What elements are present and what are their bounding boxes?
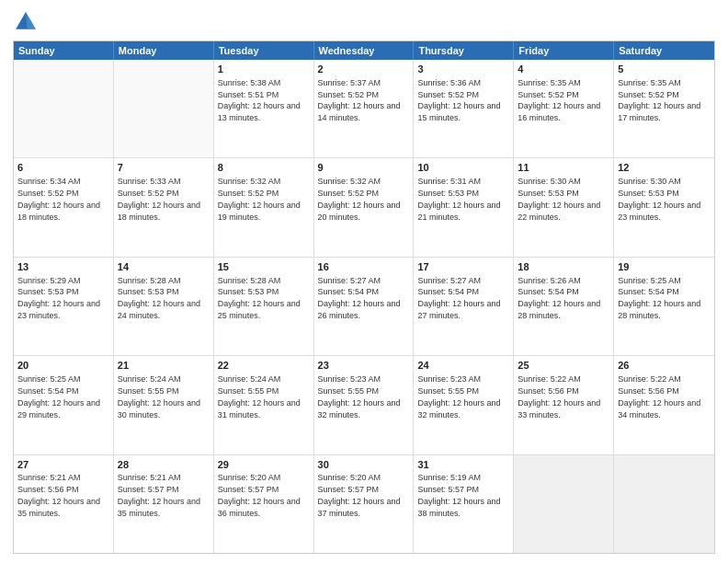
day-number: 14: [118, 260, 210, 274]
day-number: 22: [218, 359, 310, 373]
day-number: 13: [17, 260, 109, 274]
day-number: 24: [417, 359, 509, 373]
calendar-day-header: Monday: [114, 41, 214, 60]
day-number: 19: [618, 260, 711, 274]
calendar-cell: 26Sunrise: 5:22 AMSunset: 5:56 PMDayligh…: [614, 356, 714, 454]
cell-info: Sunrise: 5:19 AMSunset: 5:57 PMDaylight:…: [417, 473, 500, 517]
calendar-cell: 10Sunrise: 5:31 AMSunset: 5:53 PMDayligh…: [414, 158, 514, 256]
day-number: 4: [518, 63, 609, 76]
cell-info: Sunrise: 5:22 AMSunset: 5:56 PMDaylight:…: [618, 374, 700, 419]
calendar-day-header: Wednesday: [314, 41, 415, 60]
calendar-cell: 5Sunrise: 5:35 AMSunset: 5:52 PMDaylight…: [614, 60, 714, 157]
day-number: 17: [417, 260, 509, 274]
cell-info: Sunrise: 5:20 AMSunset: 5:57 PMDaylight:…: [218, 473, 301, 517]
calendar-cell: 6Sunrise: 5:34 AMSunset: 5:52 PMDaylight…: [14, 158, 114, 256]
cell-info: Sunrise: 5:38 AMSunset: 5:51 PMDaylight:…: [218, 78, 301, 122]
cell-info: Sunrise: 5:24 AMSunset: 5:55 PMDaylight:…: [118, 374, 200, 419]
cell-info: Sunrise: 5:32 AMSunset: 5:52 PMDaylight:…: [318, 177, 401, 221]
day-number: 23: [318, 359, 410, 373]
svg-marker-1: [26, 12, 36, 29]
cell-info: Sunrise: 5:21 AMSunset: 5:56 PMDaylight:…: [17, 473, 100, 517]
day-number: 28: [118, 458, 210, 472]
calendar-day-header: Tuesday: [214, 41, 314, 60]
day-number: 31: [417, 458, 509, 472]
calendar-cell: 17Sunrise: 5:27 AMSunset: 5:54 PMDayligh…: [414, 258, 514, 355]
calendar-body: 1Sunrise: 5:38 AMSunset: 5:51 PMDaylight…: [14, 60, 714, 553]
calendar-cell: 12Sunrise: 5:30 AMSunset: 5:53 PMDayligh…: [614, 158, 714, 256]
day-number: 10: [417, 161, 509, 175]
cell-info: Sunrise: 5:25 AMSunset: 5:54 PMDaylight:…: [618, 276, 700, 320]
calendar-cell: 21Sunrise: 5:24 AMSunset: 5:55 PMDayligh…: [114, 356, 214, 454]
calendar-row: 13Sunrise: 5:29 AMSunset: 5:53 PMDayligh…: [14, 257, 714, 355]
day-number: 25: [518, 359, 609, 373]
cell-info: Sunrise: 5:29 AMSunset: 5:53 PMDaylight:…: [17, 276, 100, 320]
calendar-day-header: Saturday: [614, 41, 714, 60]
calendar-cell: 4Sunrise: 5:35 AMSunset: 5:52 PMDaylight…: [514, 60, 614, 157]
calendar-cell: 20Sunrise: 5:25 AMSunset: 5:54 PMDayligh…: [14, 356, 114, 454]
calendar-cell: 31Sunrise: 5:19 AMSunset: 5:57 PMDayligh…: [414, 455, 514, 553]
logo: [13, 9, 42, 35]
calendar-cell: 27Sunrise: 5:21 AMSunset: 5:56 PMDayligh…: [14, 455, 114, 553]
cell-info: Sunrise: 5:30 AMSunset: 5:53 PMDaylight:…: [618, 177, 700, 221]
calendar-day-header: Sunday: [14, 41, 114, 60]
calendar-cell: 14Sunrise: 5:28 AMSunset: 5:53 PMDayligh…: [114, 258, 214, 355]
calendar-row: 6Sunrise: 5:34 AMSunset: 5:52 PMDaylight…: [14, 157, 714, 256]
calendar-cell: 29Sunrise: 5:20 AMSunset: 5:57 PMDayligh…: [214, 455, 314, 553]
day-number: 7: [118, 161, 210, 175]
calendar-cell: [14, 60, 114, 157]
day-number: 11: [518, 161, 609, 175]
calendar-cell: 9Sunrise: 5:32 AMSunset: 5:52 PMDaylight…: [314, 158, 415, 256]
calendar-row: 20Sunrise: 5:25 AMSunset: 5:54 PMDayligh…: [14, 355, 714, 454]
cell-info: Sunrise: 5:34 AMSunset: 5:52 PMDaylight:…: [17, 177, 100, 221]
cell-info: Sunrise: 5:24 AMSunset: 5:55 PMDaylight:…: [218, 374, 301, 419]
day-number: 27: [17, 458, 109, 472]
day-number: 18: [518, 260, 609, 274]
day-number: 6: [17, 161, 109, 175]
logo-icon: [13, 9, 39, 35]
cell-info: Sunrise: 5:21 AMSunset: 5:57 PMDaylight:…: [118, 473, 200, 517]
day-number: 26: [618, 359, 711, 373]
cell-info: Sunrise: 5:35 AMSunset: 5:52 PMDaylight:…: [518, 78, 600, 122]
calendar-cell: 11Sunrise: 5:30 AMSunset: 5:53 PMDayligh…: [514, 158, 614, 256]
cell-info: Sunrise: 5:33 AMSunset: 5:52 PMDaylight:…: [118, 177, 200, 221]
cell-info: Sunrise: 5:26 AMSunset: 5:54 PMDaylight:…: [518, 276, 600, 320]
cell-info: Sunrise: 5:37 AMSunset: 5:52 PMDaylight:…: [318, 78, 401, 122]
calendar-cell: 7Sunrise: 5:33 AMSunset: 5:52 PMDaylight…: [114, 158, 214, 256]
cell-info: Sunrise: 5:31 AMSunset: 5:53 PMDaylight:…: [417, 177, 500, 221]
day-number: 20: [17, 359, 109, 373]
calendar: SundayMondayTuesdayWednesdayThursdayFrid…: [13, 40, 715, 554]
calendar-cell: 1Sunrise: 5:38 AMSunset: 5:51 PMDaylight…: [214, 60, 314, 157]
calendar-header: SundayMondayTuesdayWednesdayThursdayFrid…: [14, 41, 714, 60]
calendar-cell: 18Sunrise: 5:26 AMSunset: 5:54 PMDayligh…: [514, 258, 614, 355]
day-number: 2: [318, 63, 410, 76]
day-number: 30: [318, 458, 410, 472]
day-number: 16: [318, 260, 410, 274]
day-number: 5: [618, 63, 711, 76]
calendar-cell: 30Sunrise: 5:20 AMSunset: 5:57 PMDayligh…: [314, 455, 415, 553]
cell-info: Sunrise: 5:36 AMSunset: 5:52 PMDaylight:…: [417, 78, 500, 122]
day-number: 8: [218, 161, 310, 175]
header: [13, 9, 715, 35]
cell-info: Sunrise: 5:23 AMSunset: 5:55 PMDaylight:…: [417, 374, 500, 419]
calendar-row: 1Sunrise: 5:38 AMSunset: 5:51 PMDaylight…: [14, 60, 714, 157]
calendar-cell: 23Sunrise: 5:23 AMSunset: 5:55 PMDayligh…: [314, 356, 415, 454]
cell-info: Sunrise: 5:25 AMSunset: 5:54 PMDaylight:…: [17, 374, 100, 419]
calendar-cell: [614, 455, 714, 553]
calendar-cell: [514, 455, 614, 553]
calendar-cell: 22Sunrise: 5:24 AMSunset: 5:55 PMDayligh…: [214, 356, 314, 454]
cell-info: Sunrise: 5:22 AMSunset: 5:56 PMDaylight:…: [518, 374, 600, 419]
calendar-cell: 2Sunrise: 5:37 AMSunset: 5:52 PMDaylight…: [314, 60, 415, 157]
cell-info: Sunrise: 5:30 AMSunset: 5:53 PMDaylight:…: [518, 177, 600, 221]
cell-info: Sunrise: 5:23 AMSunset: 5:55 PMDaylight:…: [318, 374, 401, 419]
calendar-cell: 28Sunrise: 5:21 AMSunset: 5:57 PMDayligh…: [114, 455, 214, 553]
page: SundayMondayTuesdayWednesdayThursdayFrid…: [0, 0, 728, 563]
cell-info: Sunrise: 5:27 AMSunset: 5:54 PMDaylight:…: [318, 276, 401, 320]
day-number: 3: [417, 63, 509, 76]
calendar-cell: 15Sunrise: 5:28 AMSunset: 5:53 PMDayligh…: [214, 258, 314, 355]
day-number: 12: [618, 161, 711, 175]
day-number: 1: [218, 63, 310, 76]
cell-info: Sunrise: 5:27 AMSunset: 5:54 PMDaylight:…: [417, 276, 500, 320]
cell-info: Sunrise: 5:20 AMSunset: 5:57 PMDaylight:…: [318, 473, 401, 517]
day-number: 21: [118, 359, 210, 373]
calendar-cell: 24Sunrise: 5:23 AMSunset: 5:55 PMDayligh…: [414, 356, 514, 454]
